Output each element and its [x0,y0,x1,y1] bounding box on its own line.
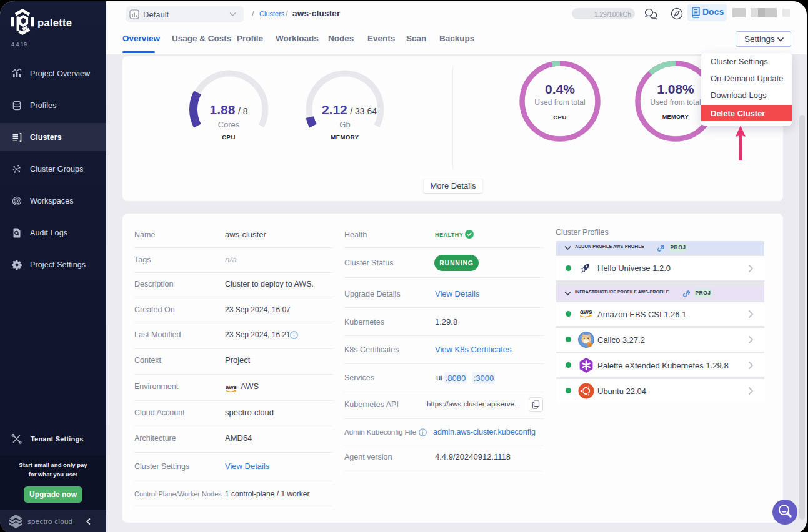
svg-text:aws: aws [580,308,592,315]
svg-text:aws: aws [226,383,237,390]
